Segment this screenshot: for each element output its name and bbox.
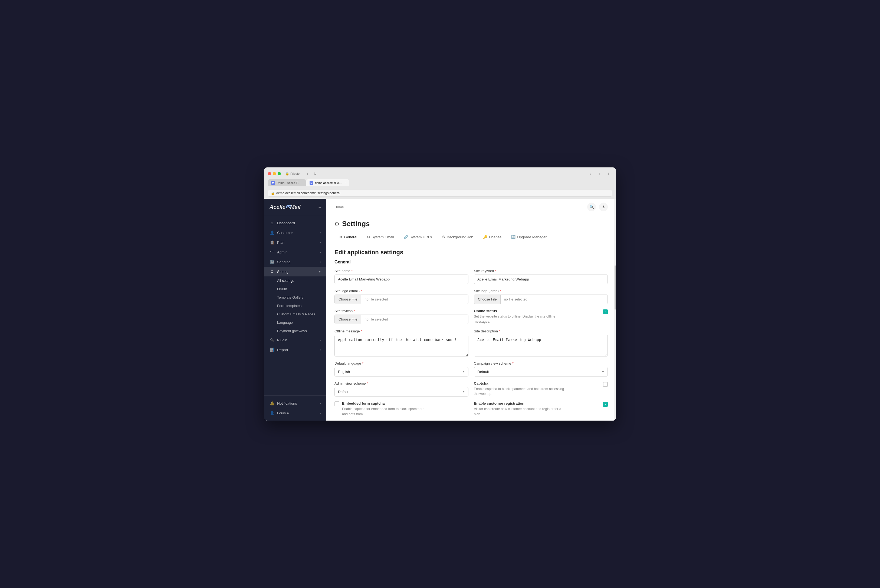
file-input-logo-large: Choose File no file selected — [474, 294, 608, 304]
form-row-7: Embedded form captcha Enable captcha for… — [335, 401, 608, 417]
sidebar-label-admin: Admin — [277, 250, 287, 254]
enable-reg-text: Enable customer registration Visitor can… — [474, 401, 569, 417]
form-group-site-description: Site description * Acelle Email Marketin… — [474, 329, 608, 357]
address-bar[interactable]: 🔒 demo.acellemail.com/admin/settings/gen… — [268, 190, 612, 196]
address-text: demo.acellemail.com/admin/settings/gener… — [276, 191, 341, 195]
choose-file-btn-favicon[interactable]: Choose File — [335, 315, 361, 324]
sidebar-item-user[interactable]: 👤 Louis P. › — [264, 408, 326, 418]
tab-license[interactable]: 🔑 License — [478, 232, 506, 242]
choose-file-btn-logo-large[interactable]: Choose File — [474, 295, 501, 304]
embedded-captcha-row: Embedded form captcha Enable captcha for… — [335, 401, 469, 417]
sidebar-label-setting: Setting — [277, 270, 288, 274]
address-bar-row: 🔒 demo.acellemail.com/admin/settings/gen… — [268, 190, 612, 199]
sidebar-subitem-language[interactable]: Language — [264, 318, 326, 327]
sidebar-label-plan: Plan — [277, 240, 284, 244]
sidebar-label-sending: Sending — [277, 260, 291, 264]
system-urls-tab-icon: 🔗 — [404, 235, 408, 239]
logo-small-label: Site logo (small) * — [335, 289, 469, 293]
sidebar: Acelle✉Mail ≡ ⌂ Dashboard 👤 Customer — [264, 199, 326, 421]
tab-system-email-label: System Email — [371, 235, 394, 239]
chevron-icon: › — [320, 231, 321, 234]
sidebar-item-plugin[interactable]: 🔌 Plugin › — [264, 335, 326, 345]
tab-general[interactable]: ⚙ General — [335, 232, 362, 242]
setting-icon: ⚙ — [270, 269, 275, 274]
enable-reg-checkbox[interactable]: ✓ — [603, 402, 608, 407]
sidebar-subitem-form-templates[interactable]: Form templates — [264, 302, 326, 310]
chevron-icon: › — [320, 241, 321, 244]
tab-favicon-1: M — [271, 181, 275, 185]
sidebar-item-sending[interactable]: 🔄 Sending › — [264, 257, 326, 267]
refresh-button[interactable]: ↻ — [312, 171, 318, 177]
tab-upgrade-manager[interactable]: 🔄 Upgrade Manager — [506, 232, 551, 242]
tab-system-urls[interactable]: 🔗 System URLs — [399, 232, 437, 242]
sidebar-label-dashboard: Dashboard — [277, 221, 295, 225]
chevron-icon: › — [320, 402, 321, 405]
scrollbar-track[interactable] — [614, 199, 616, 421]
admin-view-select[interactable]: Default — [335, 387, 469, 396]
browser-tab-2[interactable]: M demo.acellemail.com/admin/settings/gen… — [306, 179, 349, 186]
subitem-label-oauth: OAuth — [277, 287, 287, 291]
sidebar-subitem-custom-emails[interactable]: Custom Emails & Pages — [264, 310, 326, 318]
online-status-checkbox[interactable]: ✓ — [603, 309, 608, 314]
tab-background-job[interactable]: ⏱ Background Job — [437, 232, 478, 242]
embedded-captcha-checkbox[interactable] — [335, 401, 339, 406]
enable-reg-desc: Visitor can create new customer account … — [474, 406, 569, 417]
site-keyword-input[interactable] — [474, 274, 608, 284]
choose-file-btn-logo-small[interactable]: Choose File — [335, 295, 361, 304]
breadcrumb: Home — [335, 205, 344, 209]
sidebar-subitem-oauth[interactable]: OAuth — [264, 285, 326, 293]
campaign-view-select[interactable]: Default — [474, 367, 608, 376]
bg-job-tab-icon: ⏱ — [442, 235, 445, 239]
form-group-offline-message: Offline message * Application currently … — [335, 329, 469, 357]
form-row-4: Offline message * Application currently … — [335, 329, 608, 357]
captcha-text: Captcha Enable captcha to block spammers… — [474, 381, 569, 397]
theme-toggle-button[interactable]: ☀ — [599, 202, 608, 211]
back-button[interactable]: ‹ — [305, 171, 310, 177]
download-button[interactable]: ↓ — [587, 170, 594, 177]
minimize-button[interactable] — [273, 172, 276, 175]
sidebar-toggle[interactable]: ≡ — [318, 204, 321, 209]
site-description-textarea[interactable]: Acelle Email Marketing Webapp — [474, 335, 608, 357]
sidebar-subitem-template-gallery[interactable]: Template Gallery — [264, 293, 326, 302]
scrollbar-thumb[interactable] — [614, 266, 616, 310]
sidebar-item-notifications[interactable]: 🔔 Notifications › — [264, 398, 326, 408]
form-group-default-language: Default language * English — [335, 362, 469, 376]
file-label-logo-large: no file selected — [501, 295, 608, 304]
sending-icon: 🔄 — [270, 260, 275, 264]
form-group-embedded-captcha: Embedded form captcha Enable captcha for… — [335, 401, 469, 417]
required-star: * — [361, 329, 362, 333]
license-tab-icon: 🔑 — [483, 235, 487, 239]
captcha-checkbox[interactable] — [603, 382, 608, 387]
captcha-row: Captcha Enable captcha to block spammers… — [474, 381, 608, 397]
admin-icon: 🛡 — [270, 250, 275, 254]
offline-message-textarea[interactable]: Application currently offline. We will c… — [335, 335, 469, 357]
subitem-label-template-gallery: Template Gallery — [277, 296, 303, 299]
close-button[interactable] — [268, 172, 271, 175]
sidebar-subitem-payment[interactable]: Payment gateways — [264, 327, 326, 335]
embedded-heading: Embedded form captcha — [342, 401, 429, 405]
form-group-online-status: Online status Set the website status to … — [474, 309, 608, 324]
share-button[interactable]: ↑ — [596, 170, 603, 177]
maximize-button[interactable] — [278, 172, 281, 175]
plan-icon: 📋 — [270, 240, 275, 244]
sidebar-item-setting[interactable]: ⚙ Setting ∨ — [264, 267, 326, 276]
default-language-select[interactable]: English — [335, 367, 469, 376]
chevron-icon: › — [320, 338, 321, 342]
site-name-input[interactable] — [335, 274, 469, 284]
tab-system-email[interactable]: ✉ System Email — [362, 232, 399, 242]
sidebar-item-customer[interactable]: 👤 Customer › — [264, 228, 326, 237]
sidebar-label-report: Report — [277, 348, 288, 352]
search-button[interactable]: 🔍 — [587, 202, 596, 211]
new-tab-button[interactable]: + — [605, 170, 612, 177]
sidebar-item-admin[interactable]: 🛡 Admin › — [264, 247, 326, 257]
form-row-3: Site favicon * Choose File no file selec… — [335, 309, 608, 324]
online-status-text: Online status Set the website status to … — [474, 309, 569, 324]
sidebar-item-plan[interactable]: 📋 Plan › — [264, 237, 326, 247]
sidebar-item-dashboard[interactable]: ⌂ Dashboard — [264, 218, 326, 228]
subitem-label-payment: Payment gateways — [277, 329, 307, 333]
required-star: * — [499, 329, 500, 333]
browser-tab-1[interactable]: M Demo - Acelle E... — [268, 179, 306, 186]
sidebar-subitem-all-settings[interactable]: All settings — [264, 276, 326, 285]
form-group-campaign-view: Campaign view scheme * Default — [474, 362, 608, 376]
sidebar-item-report[interactable]: 📊 Report › — [264, 345, 326, 355]
